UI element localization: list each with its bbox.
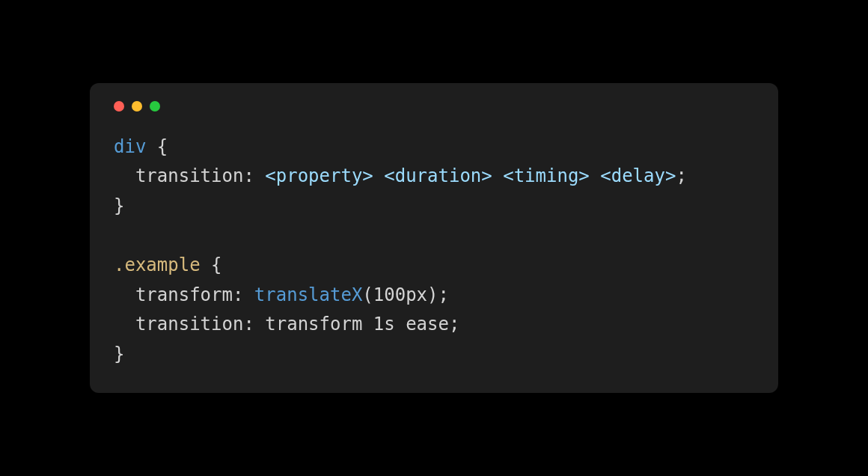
property-token: transform — [135, 284, 233, 305]
semicolon-token: ; — [449, 314, 459, 335]
paren-token: ) — [427, 284, 438, 305]
code-line-3: } — [114, 195, 124, 216]
brace-token: } — [114, 344, 124, 364]
colon-token: : — [243, 165, 265, 186]
property-token: transition — [135, 314, 244, 335]
selector-token: .example — [114, 254, 201, 275]
value-token: 100px — [373, 284, 427, 305]
value-token: transform 1s ease — [265, 314, 449, 335]
code-line-6: transform: translateX(100px); — [114, 284, 449, 305]
placeholder-token: <duration> — [384, 165, 492, 186]
code-line-7: transition: transform 1s ease; — [114, 314, 459, 335]
indent — [114, 165, 135, 186]
function-token: translateX — [254, 284, 363, 305]
code-block: div { transition: <property> <duration> … — [114, 132, 754, 370]
code-window: div { transition: <property> <duration> … — [90, 83, 778, 394]
minimize-icon[interactable] — [132, 101, 142, 112]
brace-token: { — [201, 254, 222, 275]
space — [590, 165, 600, 186]
code-line-2: transition: <property> <duration> <timin… — [114, 165, 687, 186]
paren-token: ( — [362, 284, 373, 305]
indent — [114, 284, 135, 305]
brace-token: { — [146, 136, 168, 157]
space — [373, 165, 384, 186]
colon-token: : — [243, 314, 265, 335]
close-icon[interactable] — [114, 101, 124, 112]
semicolon-token: ; — [438, 284, 449, 305]
maximize-icon[interactable] — [150, 101, 160, 112]
brace-token: } — [114, 195, 124, 216]
selector-token: div — [114, 136, 146, 157]
code-line-8: } — [114, 344, 124, 364]
code-line-5: .example { — [114, 254, 222, 275]
colon-token: : — [233, 284, 254, 305]
placeholder-token: <delay> — [600, 165, 676, 186]
space — [492, 165, 503, 186]
code-line-1: div { — [114, 136, 168, 157]
property-token: transition — [135, 165, 244, 186]
window-controls — [114, 101, 754, 112]
placeholder-token: <property> — [265, 165, 373, 186]
semicolon-token: ; — [676, 165, 686, 186]
indent — [114, 314, 135, 335]
placeholder-token: <timing> — [503, 165, 590, 186]
